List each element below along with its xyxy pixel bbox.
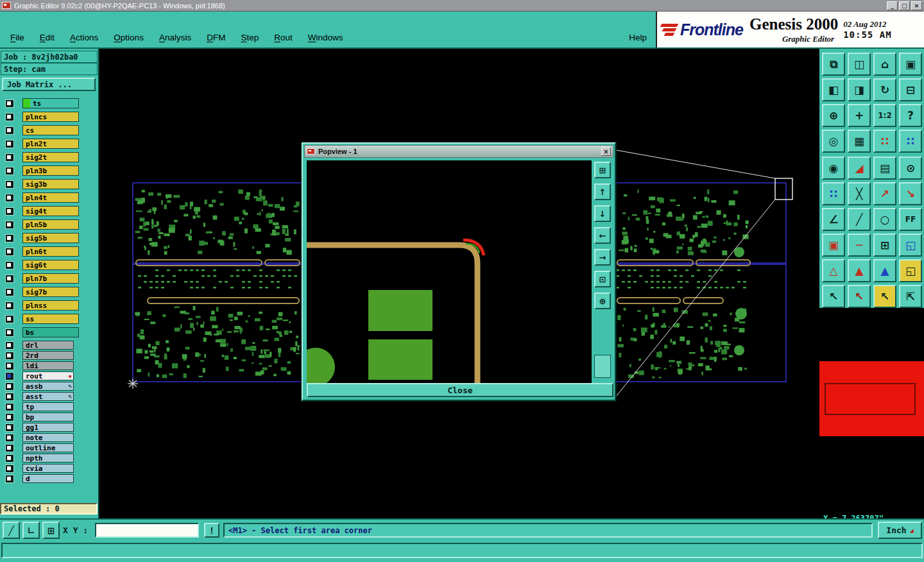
snap-point-button[interactable]: ◉ — [822, 157, 845, 180]
layer-row-cvia[interactable]: cvia — [0, 464, 99, 473]
layer-checkbox-pln3b[interactable] — [5, 167, 14, 175]
layer-row-drl[interactable]: drl — [0, 341, 99, 350]
select-box-yellow-button[interactable]: ◱ — [899, 259, 922, 282]
layer-label-pln4t[interactable]: pln4t — [22, 192, 79, 203]
layer-row-sig3b[interactable]: sig3b — [0, 179, 99, 189]
layer-label-2rd[interactable]: 2rd — [22, 351, 74, 360]
erase-line-button[interactable]: ─ — [848, 234, 871, 257]
layer-row-2rd[interactable]: 2rd — [0, 351, 99, 360]
zoom-window-button[interactable]: ⊞ — [594, 162, 611, 178]
screen-view-button[interactable]: ◫ — [848, 53, 871, 76]
pan-down-button[interactable]: ↓ — [594, 205, 611, 222]
popview-canvas[interactable] — [307, 160, 593, 383]
fill-corner-button[interactable]: ◢ — [848, 157, 871, 180]
layer-row-pln2t[interactable]: pln2t — [0, 139, 99, 149]
layer-checkbox-outline[interactable] — [5, 444, 14, 452]
point-pair-button[interactable]: ∷ — [822, 182, 845, 205]
rotate-view-button[interactable]: ↻ — [873, 78, 896, 101]
layer-checkbox-npth[interactable] — [5, 454, 14, 463]
layer-checkbox-sig6t[interactable] — [5, 261, 14, 269]
layer-stack-button[interactable]: ▤ — [873, 157, 896, 180]
layer-label-sig4t[interactable]: sig4t — [22, 206, 79, 216]
layer-checkbox-bs[interactable] — [5, 328, 14, 337]
layer-row-tp[interactable]: tp — [0, 402, 99, 411]
pan-up-button[interactable]: ↑ — [594, 183, 611, 200]
collapse-panel-button[interactable]: ⊟ — [899, 78, 922, 101]
reshape-blue-button[interactable]: ◱ — [899, 234, 922, 257]
layer-row-d[interactable]: d — [0, 474, 99, 483]
layer-label-sig2t[interactable]: sig2t — [22, 152, 79, 162]
layer-checkbox-pln7b[interactable] — [5, 275, 14, 283]
layer-checkbox-sig5b[interactable] — [5, 234, 14, 243]
layer-label-assb[interactable]: assb✎ — [22, 382, 74, 391]
layer-row-bs[interactable]: bs — [0, 327, 99, 337]
menu-dfm[interactable]: DFM — [207, 33, 225, 42]
route-select-button[interactable]: ⇱ — [899, 285, 922, 308]
layer-label-asst[interactable]: asst✎ — [22, 392, 74, 401]
popview-window[interactable]: Popview - 1 × ⊞↑↓←→⊡⊕ Close — [302, 142, 616, 401]
center-view-button[interactable]: ⊕ — [594, 293, 611, 309]
layer-checkbox-asst[interactable] — [5, 393, 14, 401]
layer-checkbox-plnss[interactable] — [5, 302, 14, 310]
layer-row-assb[interactable]: assb✎ — [0, 382, 99, 391]
window-add-button[interactable]: ⊞ — [873, 234, 896, 257]
layer-label-pln7b[interactable]: pln7b — [22, 273, 79, 284]
popview-scroll-thumb[interactable] — [594, 355, 611, 378]
copy-point-button[interactable]: ↘ — [899, 182, 922, 205]
move-point-button[interactable]: ↗ — [873, 182, 896, 205]
layer-checkbox-sig4t[interactable] — [5, 207, 14, 216]
region-red-button[interactable]: ▣ — [822, 234, 845, 257]
menu-step[interactable]: Step — [241, 33, 259, 42]
circle-draw-button[interactable]: ○ — [873, 208, 896, 231]
layer-row-ldi[interactable]: ldi — [0, 361, 99, 370]
layer-label-sig5b[interactable]: sig5b — [22, 233, 79, 243]
layer-checkbox-plncs[interactable] — [5, 113, 14, 121]
layer-checkbox-pln4t[interactable] — [5, 194, 14, 202]
layer-row-sig4t[interactable]: sig4t — [0, 206, 99, 216]
layer-row-pln7b[interactable]: pln7b — [0, 273, 99, 284]
menu-edit[interactable]: Edit — [40, 33, 55, 42]
popview-titlebar[interactable]: Popview - 1 × — [304, 145, 613, 158]
zoom-1-2-button[interactable]: 1:2 — [873, 104, 896, 127]
layer-label-pln5b[interactable]: pln5b — [22, 219, 79, 230]
layer-row-gg1[interactable]: gg1 — [0, 423, 99, 432]
maximize-button[interactable]: □ — [899, 1, 910, 10]
layer-checkbox-sig2t[interactable] — [5, 153, 14, 162]
layer-label-note[interactable]: note — [22, 433, 74, 442]
layer-checkbox-sig3b[interactable] — [5, 180, 14, 189]
layer-checkbox-gg1[interactable] — [5, 423, 14, 432]
layer-row-ts[interactable]: ts — [0, 98, 99, 108]
layer-row-asst[interactable]: asst✎ — [0, 392, 99, 401]
layer-label-cvia[interactable]: cvia — [22, 464, 74, 473]
layer-row-sig5b[interactable]: sig5b — [0, 233, 99, 243]
menu-actions[interactable]: Actions — [70, 33, 98, 42]
fit-view-button[interactable]: ⊡ — [594, 271, 611, 287]
copy-view-button[interactable]: ⧉ — [822, 53, 845, 76]
layer-row-outline[interactable]: outline — [0, 443, 99, 452]
layer-checkbox-2rd[interactable] — [5, 352, 14, 360]
xy-input[interactable] — [95, 523, 199, 538]
text-ff-button[interactable]: FF — [899, 208, 922, 231]
layer-checkbox-ts[interactable] — [5, 99, 14, 108]
layer-label-plnss[interactable]: plnss — [22, 300, 79, 311]
layer-row-plnss[interactable]: plnss — [0, 300, 99, 311]
layer-row-pln3b[interactable]: pln3b — [0, 166, 99, 176]
units-button[interactable]: Inch◢ — [878, 522, 922, 539]
menu-analysis[interactable]: Analysis — [159, 33, 191, 42]
warn-outline-button[interactable]: △ — [822, 259, 845, 282]
layer-checkbox-ldi[interactable] — [5, 362, 14, 370]
line-tool-button[interactable]: ╱ — [3, 522, 20, 539]
popview-close-icon[interactable]: × — [601, 147, 611, 156]
tile-windows-button[interactable]: ▣ — [899, 53, 922, 76]
layer-checkbox-pln5b[interactable] — [5, 221, 14, 229]
layer-checkbox-pln2t[interactable] — [5, 140, 14, 148]
dock-left-button[interactable]: ◧ — [822, 78, 845, 101]
menu-rout[interactable]: Rout — [274, 33, 293, 42]
layer-label-cs[interactable]: cs — [22, 125, 79, 135]
layer-label-pln6t[interactable]: pln6t — [22, 246, 79, 257]
layer-label-d[interactable]: d — [22, 474, 74, 483]
layer-checkbox-note[interactable] — [5, 434, 14, 442]
layer-label-plncs[interactable]: plncs — [22, 112, 79, 122]
layer-checkbox-rout[interactable] — [5, 372, 14, 380]
minimize-button[interactable]: _ — [887, 1, 898, 10]
